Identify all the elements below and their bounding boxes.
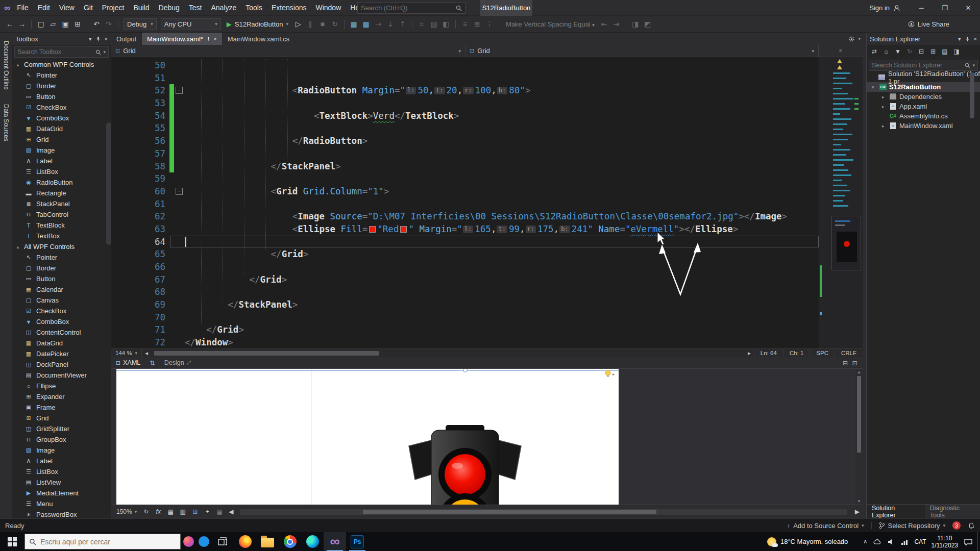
toolbar-icon[interactable] bbox=[626, 20, 626, 29]
add-to-source-control-button[interactable]: ↑ Add to Source Control ▾ bbox=[787, 522, 864, 530]
show-grid-icon[interactable]: ▦ bbox=[165, 507, 176, 517]
firefox-icon[interactable] bbox=[234, 532, 256, 551]
chevron-down-icon[interactable]: ▾ bbox=[103, 49, 106, 55]
refresh-icon[interactable]: ↻ bbox=[141, 507, 151, 517]
toolbox-item[interactable]: ▦ DataGrid bbox=[12, 338, 111, 348]
toolbar-icon[interactable]: ⋮ bbox=[484, 18, 495, 30]
toolbox-header[interactable]: Toolbox ▾ × bbox=[12, 33, 111, 45]
toolbar-icon[interactable]: ◩ bbox=[642, 18, 653, 30]
tab-diagnostic-tools[interactable]: Diagnostic Tools bbox=[925, 505, 980, 518]
toolbox-item[interactable]: ▦ Calendar bbox=[12, 284, 111, 295]
live-share-button[interactable]: Live Share bbox=[908, 20, 949, 28]
toolbar-icon[interactable] bbox=[31, 20, 32, 29]
file-explorer-icon[interactable] bbox=[256, 532, 279, 551]
expander-icon[interactable]: ▸ bbox=[882, 104, 889, 109]
toolbox-item[interactable]: ▦ DatePicker bbox=[12, 348, 111, 359]
toolbar-icon[interactable] bbox=[87, 20, 87, 29]
scroll-left-arrow[interactable]: ◀ bbox=[227, 508, 235, 515]
toolbox-item[interactable]: ☰ Menu bbox=[12, 498, 111, 509]
debug-configuration-dropdown[interactable]: Debug▾ bbox=[124, 18, 157, 30]
code-line[interactable]: 62 <Image Source="D:\M07 Interficies\00 … bbox=[111, 210, 863, 223]
scroll-right-arrow[interactable]: ▶ bbox=[852, 508, 863, 515]
document-tab[interactable]: Output × bbox=[111, 33, 142, 45]
photoshop-icon[interactable]: Ps bbox=[346, 532, 369, 551]
code-line[interactable]: 52− <RadioButton Margin="l:50,t:20,r:100… bbox=[111, 84, 863, 97]
toolbox-item[interactable]: ▼ ComboBox bbox=[12, 113, 111, 123]
popout-icon[interactable]: ⤢ bbox=[187, 360, 191, 366]
menu-item[interactable]: File bbox=[12, 0, 33, 16]
toolbar-icon[interactable]: ≣ bbox=[472, 18, 483, 30]
gear-icon[interactable] bbox=[848, 36, 855, 42]
toolbar-icon[interactable]: ◨ bbox=[952, 45, 961, 58]
toolbar-icon[interactable]: ⇡ bbox=[397, 18, 408, 30]
tab-solution-explorer[interactable]: Solution Explorer bbox=[867, 505, 925, 518]
code-line[interactable]: 59 bbox=[111, 172, 863, 185]
speaker-icon[interactable] bbox=[888, 539, 895, 545]
code-line[interactable]: 58 </StackPanel> bbox=[111, 160, 863, 173]
design-artboard[interactable]: ▸ bbox=[116, 369, 619, 505]
menu-item[interactable]: Build bbox=[129, 0, 154, 16]
color-swatch[interactable] bbox=[369, 226, 376, 233]
scroll-down-arrow[interactable]: ▼ bbox=[855, 499, 863, 504]
code-line[interactable]: 70 bbox=[111, 311, 863, 324]
tree-row[interactable]: ▸ ‹› MainWindow.xaml bbox=[867, 121, 980, 131]
toolbox-item[interactable]: ↖ Pointer bbox=[12, 70, 111, 81]
toolbox-item[interactable]: ◉ RadioButton bbox=[12, 177, 111, 188]
chrome-icon[interactable] bbox=[279, 532, 301, 551]
scroll-left-arrow[interactable]: ◂ bbox=[142, 349, 151, 357]
toolbox-item[interactable]: ▣ Frame bbox=[12, 402, 111, 413]
pin-icon[interactable] bbox=[95, 36, 101, 42]
toolbar-icon[interactable]: ⌗ bbox=[416, 18, 427, 30]
design-horizontal-scrollbar[interactable] bbox=[240, 509, 846, 515]
pin-icon[interactable] bbox=[206, 36, 211, 41]
code-line[interactable]: 66 bbox=[111, 261, 863, 273]
code-line[interactable]: 71 </Grid> bbox=[111, 323, 863, 336]
toolbox-item[interactable]: ▴ Common WPF Controls bbox=[12, 59, 111, 70]
vertical-split-icon[interactable]: ⊡ bbox=[852, 359, 857, 367]
toolbar-icon[interactable]: ⊟ bbox=[917, 45, 925, 58]
toolbox-item[interactable]: ○ Ellipse bbox=[12, 381, 111, 391]
search-highlight-icon[interactable] bbox=[181, 532, 196, 551]
toolbox-item[interactable]: ▢ Canvas bbox=[12, 295, 111, 306]
toolbox-item[interactable]: ⊔ GroupBox bbox=[12, 434, 111, 445]
grid-options-icon[interactable]: ▦ bbox=[214, 507, 225, 517]
code-line[interactable]: 64 bbox=[111, 236, 863, 248]
quick-search-box[interactable] bbox=[357, 2, 465, 14]
select-repository-button[interactable]: Select Repository ▾ bbox=[879, 522, 945, 530]
document-tab[interactable]: MainWindow.xaml* × bbox=[142, 33, 223, 45]
editor-zoom-dropdown[interactable]: 144 %▾ bbox=[111, 349, 142, 357]
chevron-down-icon[interactable]: ▾ bbox=[958, 36, 961, 42]
snap-grid-icon[interactable]: ⊞ bbox=[190, 507, 200, 517]
swap-panes-button[interactable]: ⇅ bbox=[145, 357, 159, 368]
minimize-button[interactable]: ─ bbox=[910, 0, 933, 16]
visual-studio-taskbar-icon[interactable]: ∞ bbox=[324, 532, 346, 551]
toolbar-icon[interactable]: ↷ bbox=[103, 18, 114, 30]
toolbox-item[interactable]: ▧ Image bbox=[12, 445, 111, 456]
toolbox-item[interactable]: ☑ CheckBox bbox=[12, 306, 111, 316]
toolbox-item[interactable]: ▧ Image bbox=[12, 145, 111, 156]
code-line[interactable]: 60− <Grid Grid.Column="1"> bbox=[111, 185, 863, 198]
editor-horizontal-scrollbar[interactable] bbox=[151, 349, 745, 357]
show-rails-icon[interactable]: ▥ bbox=[178, 507, 188, 517]
toolbox-item[interactable]: A Label bbox=[12, 456, 111, 466]
horizontal-split-icon[interactable]: ⊟ bbox=[843, 359, 848, 367]
design-zoom-dropdown[interactable]: 150%▾ bbox=[114, 508, 139, 515]
toolbar-icon[interactable] bbox=[344, 20, 345, 29]
notification-badge[interactable]: 3 bbox=[952, 521, 961, 530]
close-icon[interactable]: × bbox=[974, 36, 977, 42]
menu-item[interactable]: Debug bbox=[154, 0, 184, 16]
chevron-down-icon[interactable]: ▾ bbox=[858, 36, 861, 41]
weather-widget[interactable]: 18°C Mayorm. soleado bbox=[767, 537, 848, 546]
toolbox-item[interactable]: ⊓ TabControl bbox=[12, 209, 111, 220]
toolbar-icon[interactable]: → bbox=[16, 18, 28, 30]
chevron-down-icon[interactable]: ▾ bbox=[972, 63, 975, 68]
toolbar-icon[interactable]: ▼ bbox=[894, 45, 902, 58]
taskbar-clock[interactable]: 11:10 1/11/2023 bbox=[932, 535, 959, 549]
toolbar-icon[interactable]: ⇄ bbox=[870, 45, 878, 58]
expander-icon[interactable]: ▸ bbox=[882, 94, 889, 99]
snap-lines-icon[interactable]: + bbox=[202, 507, 212, 517]
platform-dropdown[interactable]: Any CPU▾ bbox=[161, 18, 221, 30]
toolbox-item[interactable]: ▢ Border bbox=[12, 263, 111, 273]
toolbar-icon[interactable]: ◨ bbox=[630, 18, 641, 30]
toolbox-item[interactable]: I TextBox bbox=[12, 231, 111, 241]
